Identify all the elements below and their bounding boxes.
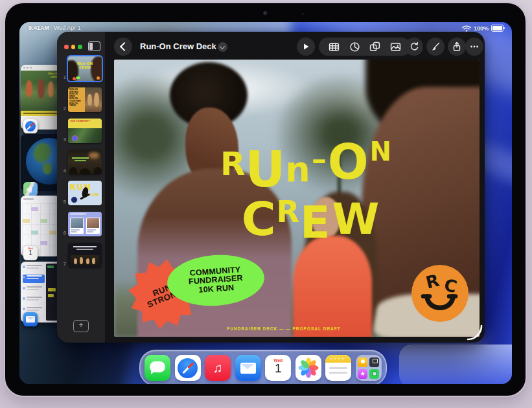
- slide-canvas[interactable]: RUn–ON CREW RUNSTRONG COMMUNITYFUNDRAISE…: [114, 60, 480, 337]
- app-library-icon[interactable]: ★: [356, 355, 382, 381]
- slide-number: 7: [59, 261, 66, 267]
- dock: ♫ Wed 1: [139, 350, 387, 384]
- status-date: Wed Apr 1: [54, 25, 81, 31]
- green-app-icon: [369, 369, 379, 379]
- battery-icon: [491, 25, 503, 32]
- slide-thumbnail-2[interactable]: RUN-ONSTRONG RUN-ONFREE RUN-ONTOGETHER R…: [68, 87, 102, 112]
- table-icon[interactable]: [329, 41, 340, 52]
- undo-icon: [409, 41, 419, 52]
- title-menu-button[interactable]: [218, 42, 227, 52]
- mail-icon: [23, 312, 38, 326]
- mail-icon[interactable]: [235, 355, 261, 381]
- chevron-left-icon: [120, 42, 129, 51]
- chevron-down-icon: [220, 43, 225, 49]
- status-time: 9:41AM: [29, 25, 49, 31]
- slide-number: 2: [59, 106, 66, 112]
- wifi-icon: [462, 25, 471, 32]
- maps-icon: [23, 182, 38, 196]
- minimize-button[interactable]: [71, 45, 76, 49]
- media-icon[interactable]: [390, 41, 401, 52]
- window-controls[interactable]: [64, 45, 82, 49]
- more-button[interactable]: [465, 38, 483, 56]
- star-app-icon: ★: [358, 369, 367, 379]
- music-icon[interactable]: ♫: [205, 355, 231, 381]
- calendar-icon[interactable]: Wed 1: [265, 355, 291, 381]
- safari-icon[interactable]: [175, 355, 201, 381]
- back-button[interactable]: [114, 38, 132, 56]
- zoom-button[interactable]: [78, 45, 82, 49]
- more-icon: [469, 41, 480, 52]
- slide-number: 5: [59, 199, 66, 205]
- slide-thumbnail-5[interactable]: RUN 10K: [68, 181, 102, 205]
- slide-navigator: 1 RUn-ONCREW 2: [57, 32, 105, 343]
- slide-thumbnail-6[interactable]: OUR EVENTS: [68, 212, 102, 236]
- wallpaper-ribbon: [399, 345, 512, 384]
- utility-icon: [369, 357, 379, 367]
- screen: 9:41AM Wed Apr 1 100% RUn-ONCREW: [19, 22, 512, 384]
- sensor-dot: [302, 13, 304, 15]
- format-brush-icon: [430, 41, 441, 52]
- document-title[interactable]: Run-On Crew Deck: [140, 41, 216, 51]
- status-bar-right: 100%: [462, 25, 503, 32]
- recent-app-safari[interactable]: RUn-ONCREW: [21, 65, 60, 130]
- chart-icon[interactable]: [349, 41, 360, 52]
- tips-icon: [358, 357, 367, 367]
- shapes-icon[interactable]: [369, 41, 380, 52]
- photos-icon[interactable]: [295, 355, 321, 381]
- notes-icon[interactable]: [325, 355, 351, 381]
- play-button[interactable]: [297, 38, 315, 56]
- status-bar-left: 9:41AM Wed Apr 1: [29, 25, 81, 31]
- calendar-icon: Wed 1: [23, 246, 38, 260]
- window-resize-handle[interactable]: [466, 324, 483, 341]
- add-slide-button[interactable]: +: [73, 320, 89, 332]
- battery-percent: 100%: [474, 25, 489, 32]
- insert-toolbar: [319, 38, 411, 56]
- undo-button[interactable]: [405, 38, 423, 56]
- slide-thumbnail-4[interactable]: [68, 150, 102, 174]
- share-button[interactable]: [448, 38, 466, 56]
- format-button[interactable]: [426, 38, 445, 56]
- recent-app-maps[interactable]: [21, 134, 61, 191]
- sidebar-toggle-icon[interactable]: [88, 41, 100, 51]
- safari-icon: [23, 119, 38, 133]
- slide-number: 6: [59, 230, 66, 236]
- messages-icon[interactable]: [145, 355, 170, 381]
- keynote-window: 1 RUn-ONCREW 2: [57, 32, 485, 343]
- slide-title[interactable]: RUn–ON CREW: [176, 132, 435, 240]
- recent-app-calendar[interactable]: Wed 1: [21, 196, 60, 256]
- front-camera: [263, 11, 268, 16]
- slide-thumbnail-1[interactable]: RUn-ONCREW: [68, 56, 102, 81]
- recent-app-mail[interactable]: [21, 262, 61, 323]
- slide-thumbnail-3[interactable]: OUR COMMUNITY: [68, 119, 102, 143]
- ipad-device: 9:41AM Wed Apr 1 100% RUn-ONCREW: [4, 2, 527, 397]
- share-icon: [452, 41, 462, 52]
- slide-footer-text[interactable]: FUNDRAISER DECK — — PROPOSAL DRAFT: [114, 326, 454, 331]
- slide-thumbnail-7[interactable]: [68, 243, 102, 267]
- close-button[interactable]: [64, 45, 69, 49]
- slide-number: 4: [59, 168, 66, 174]
- play-icon: [302, 43, 310, 51]
- slide-number: 1: [59, 74, 66, 81]
- slide-number: 3: [59, 137, 66, 143]
- rc-smiley-badge[interactable]: R C: [411, 264, 469, 323]
